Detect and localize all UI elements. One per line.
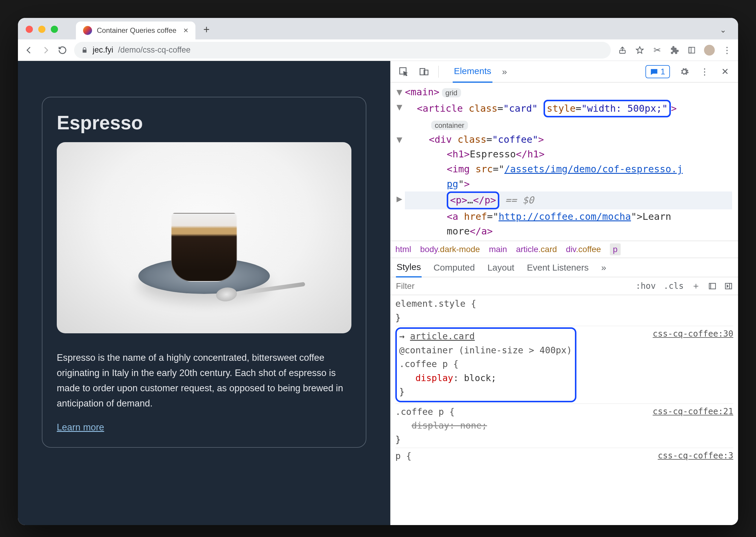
browser-window: Container Queries coffee × + ⌄ jec.fyi/d… bbox=[18, 18, 738, 525]
highlight-container-rule: → article.card@container (inline-size > … bbox=[395, 327, 576, 402]
container-rule[interactable]: css-cq-coffee:30 → article.card@containe… bbox=[395, 327, 733, 402]
sidebar-collapse-icon[interactable] bbox=[724, 282, 733, 290]
content-area: Espresso Espresso is the name of a highl… bbox=[18, 61, 738, 525]
breadcrumb[interactable]: html body.dark-mode main article.card di… bbox=[390, 241, 738, 258]
hov-toggle[interactable]: :hov bbox=[636, 281, 656, 291]
lock-icon bbox=[81, 47, 88, 54]
styles-filter-row: :hov .cls ＋ bbox=[390, 277, 738, 295]
reload-button[interactable] bbox=[57, 45, 67, 55]
subtabs-overflow[interactable]: » bbox=[600, 258, 607, 277]
container-pill[interactable]: container bbox=[431, 121, 468, 130]
issues-count: 1 bbox=[660, 67, 665, 76]
reading-list-icon[interactable] bbox=[687, 45, 697, 55]
issues-badge[interactable]: 1 bbox=[645, 65, 670, 78]
browser-menu-button[interactable]: ⋮ bbox=[722, 45, 732, 55]
coffee-image bbox=[57, 142, 351, 333]
selected-dom-node[interactable]: •••▶<p>…</p> == $0 bbox=[405, 191, 732, 209]
card-title: Espresso bbox=[57, 112, 351, 134]
scissors-icon[interactable]: ✂ bbox=[652, 45, 662, 55]
fullscreen-window-button[interactable] bbox=[51, 26, 58, 33]
devtools-toolbar: Elements » 1 ⋮ ✕ bbox=[390, 61, 738, 82]
cls-toggle[interactable]: .cls bbox=[664, 281, 684, 291]
highlight-p-node: <p>…</p> bbox=[447, 191, 499, 209]
source-link[interactable]: css-cq-coffee:3 bbox=[658, 449, 733, 462]
inspect-element-button[interactable] bbox=[398, 66, 410, 78]
devtools-menu-button[interactable]: ⋮ bbox=[699, 66, 711, 78]
highlight-style-attr: style="width: 500px;" bbox=[544, 100, 671, 118]
source-link[interactable]: css-cq-coffee:30 bbox=[653, 327, 733, 340]
bookmark-button[interactable] bbox=[635, 45, 645, 55]
twisty-icon[interactable]: ▼ bbox=[396, 132, 402, 147]
tabs-overflow[interactable]: » bbox=[501, 61, 508, 82]
settings-button[interactable] bbox=[678, 66, 690, 78]
new-tab-button[interactable]: + bbox=[199, 22, 214, 37]
styles-subtabs: Styles Computed Layout Event Listeners » bbox=[390, 258, 738, 277]
svg-rect-2 bbox=[689, 47, 691, 53]
tab-layout[interactable]: Layout bbox=[487, 258, 515, 277]
url-path: /demo/css-cq-coffee bbox=[118, 45, 191, 55]
source-link[interactable]: css-cq-coffee:21 bbox=[653, 405, 733, 418]
crumb-article[interactable]: article.card bbox=[516, 245, 557, 254]
crumb-div[interactable]: div.coffee bbox=[566, 245, 601, 254]
close-tab-button[interactable]: × bbox=[184, 26, 188, 35]
crumb-body[interactable]: body.dark-mode bbox=[420, 245, 480, 254]
twisty-icon[interactable]: ▶ bbox=[396, 191, 402, 206]
url-host: jec.fyi bbox=[93, 45, 113, 55]
tab-computed[interactable]: Computed bbox=[433, 258, 475, 277]
card-paragraph: Espresso is the name of a highly concent… bbox=[57, 350, 351, 411]
tabs-overflow-button[interactable]: ⌄ bbox=[714, 25, 732, 35]
device-toolbar-button[interactable] bbox=[418, 66, 430, 78]
crumb-p[interactable]: p bbox=[610, 243, 621, 255]
new-style-rule-button[interactable]: ＋ bbox=[691, 280, 700, 292]
profile-avatar[interactable] bbox=[704, 45, 715, 56]
close-window-button[interactable] bbox=[26, 26, 33, 33]
tab-styles[interactable]: Styles bbox=[396, 258, 422, 277]
overridden-rule[interactable]: css-cq-coffee:21 .coffee p { display: no… bbox=[395, 405, 733, 447]
minimize-window-button[interactable] bbox=[38, 26, 45, 33]
extensions-button[interactable] bbox=[669, 45, 680, 55]
url-toolbar: jec.fyi/demo/css-cq-coffee ✂ ⋮ bbox=[18, 39, 738, 61]
twisty-icon[interactable]: ▼ bbox=[396, 100, 402, 115]
share-button[interactable] bbox=[617, 45, 628, 55]
tab-title: Container Queries coffee bbox=[97, 26, 176, 35]
svg-rect-1 bbox=[689, 47, 695, 53]
browser-tab[interactable]: Container Queries coffee × bbox=[76, 21, 196, 39]
styles-filter-input[interactable] bbox=[396, 281, 563, 291]
learn-more-link[interactable]: Learn more bbox=[57, 422, 104, 433]
twisty-icon[interactable]: ▼ bbox=[396, 85, 402, 100]
grid-pill[interactable]: grid bbox=[442, 88, 461, 97]
forward-button bbox=[41, 45, 51, 55]
dom-tree[interactable]: ▼<main>grid ▼<article class="card" style… bbox=[390, 82, 738, 241]
p-rule[interactable]: css-cq-coffee:3 p { bbox=[395, 449, 733, 463]
devtools-close-button[interactable]: ✕ bbox=[719, 66, 731, 78]
favicon-icon bbox=[83, 26, 92, 35]
titlebar: Container Queries coffee × + ⌄ bbox=[18, 18, 738, 39]
crumb-html[interactable]: html bbox=[395, 245, 411, 254]
coffee-card: Espresso Espresso is the name of a highl… bbox=[42, 97, 366, 448]
devtools-panel: Elements » 1 ⋮ ✕ ▼<main>grid ▼<article c… bbox=[390, 61, 738, 525]
crumb-main[interactable]: main bbox=[489, 245, 507, 254]
back-button[interactable] bbox=[24, 45, 34, 55]
traffic-lights bbox=[26, 26, 58, 33]
style-rules[interactable]: element.style { } css-cq-coffee:30 → art… bbox=[390, 295, 738, 525]
tab-elements[interactable]: Elements bbox=[453, 61, 492, 83]
element-style-rule[interactable]: element.style { } bbox=[395, 297, 733, 325]
address-bar[interactable]: jec.fyi/demo/css-cq-coffee bbox=[74, 42, 611, 59]
svg-rect-6 bbox=[709, 283, 716, 289]
computed-pane-icon[interactable] bbox=[708, 282, 717, 290]
page-viewport: Espresso Espresso is the name of a highl… bbox=[18, 61, 390, 525]
tab-event-listeners[interactable]: Event Listeners bbox=[526, 258, 589, 277]
